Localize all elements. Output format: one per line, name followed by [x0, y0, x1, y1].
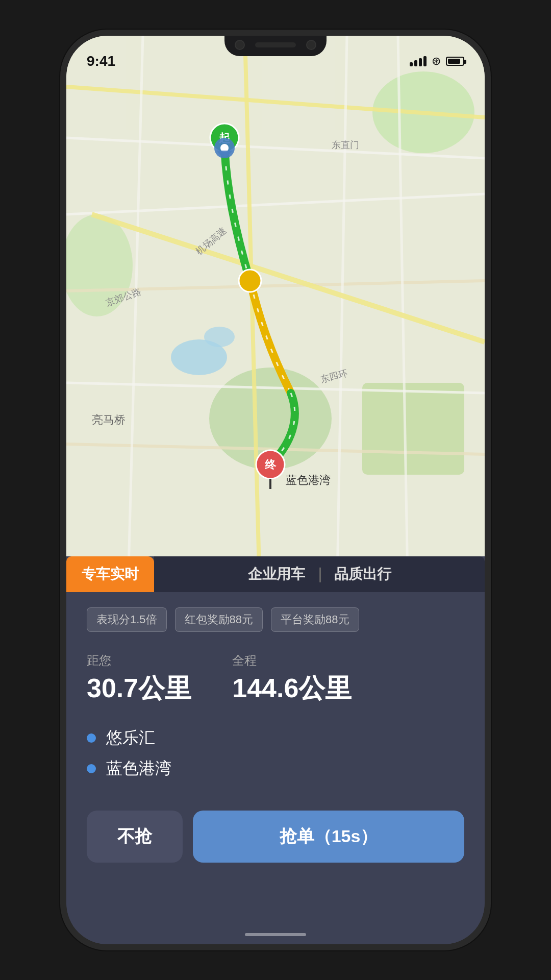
- badge-red-packet: 红包奖励88元: [175, 607, 263, 632]
- destination-dot: [87, 764, 96, 773]
- info-panel: 表现分1.5倍 红包奖励88元 平台奖励88元 距您 30.7公里 全程 144…: [66, 592, 485, 795]
- distance-total: 全程 144.6公里: [232, 652, 352, 706]
- map-background: 机场高速 京郊公路 东四环 亮马桥 东直门 起: [66, 36, 485, 607]
- tab-enterprise-quality[interactable]: 企业用车 ｜ 品质出行: [154, 556, 485, 592]
- svg-point-23: [239, 270, 261, 292]
- tab-divider: ｜: [313, 565, 327, 584]
- svg-text:蓝色港湾: 蓝色港湾: [286, 474, 331, 486]
- distance-from-you: 距您 30.7公里: [87, 652, 191, 706]
- front-camera: [235, 40, 245, 50]
- grab-button[interactable]: 抢单（15s）: [193, 811, 464, 863]
- svg-point-6: [204, 327, 235, 347]
- tab-taxi[interactable]: 专车实时: [66, 556, 154, 592]
- map-svg: 机场高速 京郊公路 东四环 亮马桥 东直门 起: [66, 36, 485, 607]
- location-list: 悠乐汇 蓝色港湾: [87, 727, 464, 780]
- svg-rect-4: [362, 383, 464, 475]
- phone-frame: 9:41 ⊛: [66, 36, 485, 944]
- bottom-panel: 专车实时 企业用车 ｜ 品质出行 表现分1.5倍 红包奖励88元 平台奖励88元: [66, 556, 485, 944]
- skip-button[interactable]: 不抢: [87, 811, 183, 863]
- time-display: 9:41: [87, 53, 115, 69]
- battery-icon: [446, 57, 464, 66]
- sensor: [306, 40, 316, 50]
- signal-icon: [410, 56, 427, 66]
- origin-dot: [87, 733, 96, 743]
- tab-row: 专车实时 企业用车 ｜ 品质出行: [66, 556, 485, 592]
- svg-text:东直门: 东直门: [332, 140, 359, 150]
- badge-platform: 平台奖励88元: [271, 607, 359, 632]
- svg-text:终: 终: [264, 458, 277, 471]
- location-destination: 蓝色港湾: [87, 757, 464, 780]
- location-origin: 悠乐汇: [87, 727, 464, 749]
- camera-area: [235, 40, 316, 50]
- map-area: 机场高速 京郊公路 东四环 亮马桥 东直门 起: [66, 36, 485, 607]
- home-indicator: [245, 933, 306, 936]
- speaker: [255, 42, 296, 47]
- badges-row: 表现分1.5倍 红包奖励88元 平台奖励88元: [87, 607, 464, 632]
- status-icons: ⊛: [410, 55, 464, 68]
- svg-text:亮马桥: 亮马桥: [92, 413, 126, 426]
- badge-performance: 表现分1.5倍: [87, 607, 167, 632]
- distance-row: 距您 30.7公里 全程 144.6公里: [87, 652, 464, 706]
- wifi-icon: ⊛: [432, 55, 441, 68]
- action-buttons: 不抢 抢单（15s）: [66, 795, 485, 863]
